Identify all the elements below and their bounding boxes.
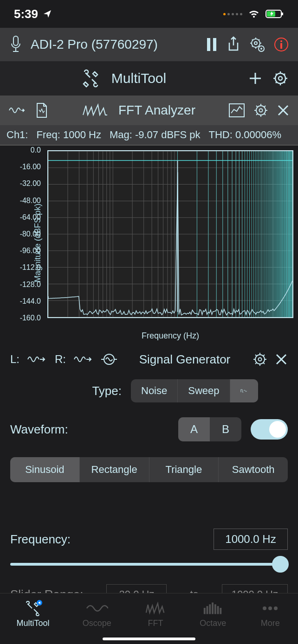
waveform-b[interactable]: B xyxy=(210,417,241,441)
svg-rect-2 xyxy=(282,13,283,15)
fft-waveform-icon xyxy=(81,103,109,117)
svg-rect-20 xyxy=(280,43,282,49)
share-icon[interactable] xyxy=(227,36,240,53)
pause-icon[interactable] xyxy=(205,36,218,53)
waveform-label: Waveform: xyxy=(10,422,169,437)
svg-rect-170 xyxy=(209,604,211,614)
tab-fft[interactable]: FFT xyxy=(144,600,167,628)
shape-triangle[interactable]: Triangle xyxy=(149,457,219,482)
signal-gen-title: Signal Generator xyxy=(124,352,245,367)
svg-rect-4 xyxy=(207,38,210,51)
ab-segment[interactable]: A B xyxy=(178,417,241,441)
shape-rectangle[interactable]: Rectangle xyxy=(80,457,149,482)
tab-oscope[interactable]: Oscope xyxy=(83,600,111,628)
info-icon[interactable] xyxy=(274,37,289,52)
x-axis-label: Frequency (Hz) xyxy=(47,331,293,341)
microphone-icon[interactable] xyxy=(9,35,22,54)
svg-rect-172 xyxy=(214,604,216,614)
tab-multitool-label: MultiTool xyxy=(17,618,50,628)
type-waveform[interactable] xyxy=(230,379,258,402)
svg-point-35 xyxy=(259,109,263,112)
frequency-value[interactable]: 1000.0 Hz xyxy=(214,529,288,550)
frequency-row: Frequency: 1000.0 Hz xyxy=(0,529,298,550)
fft-readout: Ch1: Freq: 1000 Hz Mag: -9.07 dBFS pk TH… xyxy=(0,125,298,146)
gear-icon[interactable] xyxy=(272,70,289,87)
waveform-row: Waveform: A B xyxy=(0,408,298,451)
freq-readout: Freq: 1000 Hz xyxy=(36,129,101,141)
type-noise[interactable]: Noise xyxy=(131,379,178,402)
fft-tab-icon xyxy=(144,602,167,615)
square-sine-icon xyxy=(240,386,248,396)
svg-rect-169 xyxy=(206,606,208,614)
svg-line-43 xyxy=(264,106,266,107)
svg-rect-33 xyxy=(229,104,244,117)
svg-rect-171 xyxy=(212,603,214,614)
fft-chart[interactable]: Magnitude (dBFS pk) 0.0-16.00-32.00-48.0… xyxy=(0,146,298,340)
multitool-toolbar: MultiTool xyxy=(0,61,298,96)
gear-icon[interactable] xyxy=(253,103,268,118)
mag-readout: Mag: -9.07 dBFS pk xyxy=(110,129,201,141)
svg-line-41 xyxy=(264,114,266,115)
shape-sawtooth[interactable]: Sawtooth xyxy=(219,457,288,482)
right-channel-label: R: xyxy=(55,353,66,366)
device-name: ADI-2 Pro (57760297) xyxy=(31,37,197,52)
svg-point-156 xyxy=(259,358,262,361)
frequency-slider[interactable] xyxy=(10,563,288,566)
svg-point-24 xyxy=(279,77,282,80)
signal-in-icon[interactable] xyxy=(8,103,27,117)
activity-dots xyxy=(223,13,242,15)
svg-rect-5 xyxy=(213,38,216,51)
multitool-tab-icon xyxy=(23,600,43,617)
svg-line-14 xyxy=(252,46,253,47)
tab-more[interactable]: More xyxy=(259,600,281,628)
signal-out-left-icon[interactable] xyxy=(27,353,47,365)
svg-point-19 xyxy=(280,40,282,42)
svg-line-163 xyxy=(255,363,257,364)
waveform-a[interactable]: A xyxy=(178,417,210,441)
more-tab-icon xyxy=(261,606,279,611)
signal-gen-toolbar: L: R: Signal Generator xyxy=(0,345,298,374)
home-indicator[interactable] xyxy=(103,638,195,640)
waveform-toggle[interactable] xyxy=(251,419,288,440)
shape-sinusoid[interactable]: Sinusoid xyxy=(10,457,80,482)
frequency-label: Frequency: xyxy=(10,532,71,547)
document-icon[interactable] xyxy=(35,102,48,118)
close-icon[interactable] xyxy=(275,353,288,366)
svg-point-17 xyxy=(260,48,262,50)
svg-line-15 xyxy=(259,39,259,40)
location-icon xyxy=(43,9,52,19)
svg-point-7 xyxy=(254,42,257,45)
svg-point-177 xyxy=(274,606,278,610)
type-row: Type: Noise Sweep xyxy=(0,374,298,408)
wifi-icon xyxy=(248,9,260,19)
gear-icon[interactable] xyxy=(249,36,266,53)
type-sweep[interactable]: Sweep xyxy=(178,379,230,402)
channel-label: Ch1: xyxy=(6,129,28,141)
battery-icon xyxy=(266,9,284,19)
fft-toolbar: FFT Analyzer xyxy=(0,96,298,125)
svg-rect-173 xyxy=(217,606,219,614)
tab-octave[interactable]: Octave xyxy=(200,600,226,628)
svg-point-175 xyxy=(263,606,266,610)
type-segment[interactable]: Noise Sweep xyxy=(131,379,258,402)
plus-icon[interactable] xyxy=(248,71,263,86)
chart-plot-area[interactable]: 20501002005001k2k5k10k20k50k xyxy=(47,150,293,318)
close-icon[interactable] xyxy=(277,104,290,117)
tab-bar: MultiTool Oscope FFT Octave More xyxy=(0,593,298,644)
chart-box-icon[interactable] xyxy=(228,103,245,118)
type-label: Type: xyxy=(10,384,122,398)
signal-out-right-icon[interactable] xyxy=(73,353,94,365)
app-header: ADI-2 Pro (57760297) xyxy=(0,28,298,61)
thd-readout: THD: 0.00006% xyxy=(209,129,282,141)
slider-thumb[interactable] xyxy=(272,556,289,573)
tab-multitool[interactable]: MultiTool xyxy=(17,600,50,628)
multitool-title: MultiTool xyxy=(111,70,166,86)
svg-line-42 xyxy=(256,114,258,115)
oscope-tab-icon xyxy=(86,602,108,615)
gear-icon[interactable] xyxy=(253,352,267,367)
shape-segment[interactable]: Sinusoid Rectangle Triangle Sawtooth xyxy=(10,457,288,482)
svg-line-162 xyxy=(263,363,265,364)
svg-line-161 xyxy=(255,355,257,356)
tab-octave-label: Octave xyxy=(200,618,226,628)
sine-circle-icon[interactable] xyxy=(101,352,117,366)
